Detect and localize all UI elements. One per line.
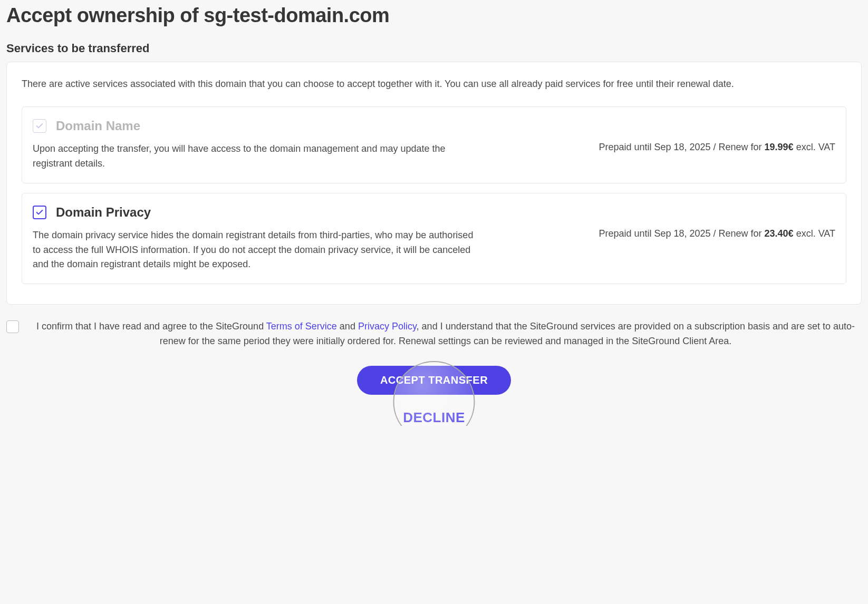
confirm-text: I confirm that I have read and agree to … xyxy=(30,319,862,349)
services-card: There are active services associated wit… xyxy=(6,62,862,305)
service-domain-name: Domain Name Upon accepting the transfer,… xyxy=(22,106,846,183)
page-title: Accept ownership of sg-test-domain.com xyxy=(6,4,862,27)
check-icon xyxy=(35,122,44,130)
service-description: The domain privacy service hides the dom… xyxy=(33,228,482,272)
domain-privacy-checkbox[interactable] xyxy=(33,206,46,219)
privacy-policy-link[interactable]: Privacy Policy xyxy=(358,321,417,332)
service-price: Prepaid until Sep 18, 2025 / Renew for 2… xyxy=(599,228,835,272)
service-title: Domain Privacy xyxy=(56,205,151,220)
terms-checkbox[interactable] xyxy=(6,320,19,333)
section-title: Services to be transferred xyxy=(6,42,862,55)
service-description: Upon accepting the transfer, you will ha… xyxy=(33,142,482,171)
actions: ACCEPT TRANSFER DECLINE xyxy=(6,366,862,426)
check-icon xyxy=(35,208,44,217)
service-price: Prepaid until Sep 18, 2025 / Renew for 1… xyxy=(599,142,835,171)
domain-name-checkbox xyxy=(33,119,46,133)
terms-of-service-link[interactable]: Terms of Service xyxy=(266,321,337,332)
confirm-row: I confirm that I have read and agree to … xyxy=(6,319,862,349)
accept-transfer-button[interactable]: ACCEPT TRANSFER xyxy=(357,366,511,395)
decline-button[interactable]: DECLINE xyxy=(403,410,465,426)
service-domain-privacy: Domain Privacy The domain privacy servic… xyxy=(22,193,846,285)
intro-text: There are active services associated wit… xyxy=(22,77,846,92)
service-title: Domain Name xyxy=(56,119,140,133)
